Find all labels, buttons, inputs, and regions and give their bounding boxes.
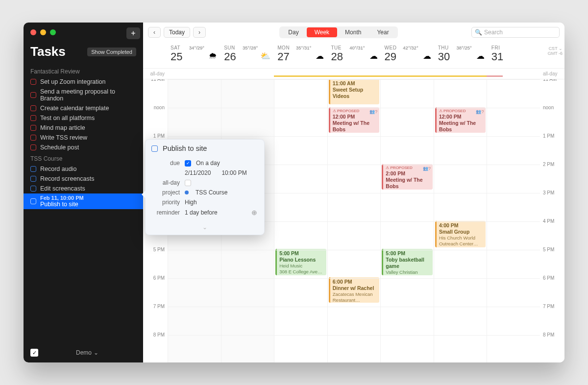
chevron-down-icon: ⌄ [94,349,98,356]
window-controls [24,23,143,40]
task-item[interactable]: Test on all platforms [24,113,143,123]
checkbox-icon[interactable] [30,176,36,182]
tasks-mode-icon[interactable]: ✓ [30,349,38,357]
task-item[interactable]: Write TSS review [24,133,143,143]
day-col[interactable]: SAT2534°/29°🌧 [168,42,221,68]
checkbox-icon[interactable] [30,198,36,204]
day-col[interactable]: SUN2635°/28°⛅ [221,42,274,68]
event[interactable]: ⚠ PROPOSED12:00 PMMeeting w/ The Bobs👥? [329,107,380,133]
popover-checkbox[interactable] [151,145,158,152]
minimize-window-icon[interactable] [40,29,46,35]
due-enabled-checkbox[interactable]: ✓ [185,160,191,167]
close-window-icon[interactable] [30,29,36,35]
prev-button[interactable]: ‹ [148,27,161,38]
task-title: Record audio [40,166,76,172]
popover-title: Publish to site [163,144,207,152]
day-header: SAT2534°/29°🌧 SUN2635°/28°⛅ MON2735°/31°… [143,42,564,69]
due-date-field[interactable]: 2/11/2020 [185,169,211,176]
hours-right: 11 AMnoon1 PM2 PM3 PM4 PM5 PM6 PM7 PM8 P… [540,79,564,362]
task-title: Create calendar template [40,105,109,112]
task-item[interactable]: Create calendar template [24,103,143,113]
next-button[interactable]: › [193,27,206,38]
project-color-icon [185,191,189,194]
day-col[interactable]: WED2942°/32°☁ [382,42,435,68]
timezone[interactable]: CST ⌄GMT -6 [542,42,564,68]
task-item[interactable]: Edit screencasts [24,184,143,193]
task-item[interactable]: Schedule post [24,143,143,152]
grid-col-thu[interactable]: ⚠ PROPOSED12:00 PMMeeting w/ The Bobs👥?4… [434,79,487,362]
task-detail-popover: Publish to site due✓On a day 2/11/202010… [145,139,265,235]
weather-icon: ⛅ [260,51,270,61]
event[interactable]: 5:00 PMToby basketball gameValley Christ… [382,249,433,275]
grid-col-fri[interactable] [487,79,540,362]
checkbox-icon[interactable] [30,186,36,192]
task-title: Publish to site [40,201,84,208]
maximize-window-icon[interactable] [50,29,56,35]
view-year[interactable]: Year [369,27,396,37]
due-time-field[interactable]: 10:00 PM [221,169,246,176]
grid-col-tue[interactable]: 11:00 AMSweet Setup Videos⚠ PROPOSED12:0… [327,79,381,362]
add-button[interactable]: + [126,27,140,39]
expand-popover-icon[interactable]: ⌄ [146,223,264,235]
day-col[interactable]: TUE2840°/31°☁ [328,42,381,68]
allday-checkbox[interactable] [185,180,191,186]
checkbox-icon[interactable] [30,92,36,98]
search-input[interactable]: 🔍 Search [471,27,560,38]
task-title: Mind map article [40,124,85,131]
priority-value[interactable]: High [185,199,197,206]
day-col[interactable]: FRI31 [489,42,542,68]
grid-col-mon[interactable]: 5:00 PMPiano LessonsHeid Music308 E Coll… [274,79,327,362]
weather-icon: ☁ [423,51,431,61]
event[interactable]: 11:00 AMSweet Setup Videos [329,79,380,104]
reminder-value[interactable]: 1 day before [185,209,218,216]
weather-icon: ☁ [476,51,485,61]
project-value[interactable]: TSS Course [196,189,227,196]
task-title: Edit screencasts [40,185,85,192]
allday-row: all-day all-day [143,69,564,79]
show-completed-button[interactable]: Show Completed [87,48,136,56]
task-title: Schedule post [40,144,79,151]
grid-col-wed[interactable]: ⚠ PROPOSED2:00 PMMeeting w/ The Bobs👥?5:… [380,79,434,362]
checkbox-icon[interactable] [30,105,36,111]
task-item[interactable]: Record screencasts [24,174,143,184]
day-col[interactable]: MON2735°/31°☁ [274,42,328,68]
due-mode[interactable]: On a day [196,160,220,167]
weather-icon: ☁ [316,51,324,61]
search-placeholder: Search [484,29,503,36]
checkbox-icon[interactable] [30,144,36,150]
sidebar-footer: ✓ Demo⌄ [24,343,143,362]
weather-icon: ☁ [369,51,378,61]
view-day[interactable]: Day [280,27,306,37]
checkbox-icon[interactable] [30,166,36,172]
task-item-selected[interactable]: Feb 11, 10:00 PM Publish to site [24,193,143,209]
task-item[interactable]: Set up Zoom integration [24,77,143,87]
add-reminder-icon[interactable]: ⊕ [251,209,257,217]
task-title: Send a meeting proposal to Brandon [40,88,136,102]
task-item[interactable]: Record audio [24,164,143,174]
view-month[interactable]: Month [337,27,369,37]
checkbox-icon[interactable] [30,125,36,131]
checkbox-icon[interactable] [30,79,36,85]
task-item[interactable]: Send a meeting proposal to Brandon [24,87,143,103]
weather-icon: 🌧 [209,51,217,61]
task-item[interactable]: Mind map article [24,123,143,133]
event[interactable]: ⚠ PROPOSED12:00 PMMeeting w/ The Bobs👥? [435,107,486,133]
group-label: TSS Course [24,152,143,164]
today-button[interactable]: Today [164,27,190,38]
view-week[interactable]: Week [307,27,337,37]
group-label: Fantastical Review [24,65,143,77]
app-window: + Tasks Show Completed Fantastical Revie… [24,23,564,362]
task-title: Record screencasts [40,175,94,182]
event[interactable]: 6:00 PMDinner w/ RachelZacatecas Mexican… [329,277,380,303]
event[interactable]: ⚠ PROPOSED2:00 PMMeeting w/ The Bobs👥? [382,164,433,190]
task-title: Test on all platforms [40,115,95,121]
task-title: Set up Zoom integration [40,78,105,85]
checkbox-icon[interactable] [30,115,36,121]
checkbox-icon[interactable] [30,135,36,141]
event[interactable]: 4:00 PMSmall GroupHis Church World Outre… [435,221,486,247]
day-col[interactable]: THU3038°/25°☁ [435,42,489,68]
calendar-set-dropdown[interactable]: Demo⌄ [76,349,98,356]
event[interactable]: 5:00 PMPiano LessonsHeid Music308 E Coll… [275,249,326,275]
task-title: Write TSS review [40,134,87,141]
view-segment: Day Week Month Year [279,26,397,38]
